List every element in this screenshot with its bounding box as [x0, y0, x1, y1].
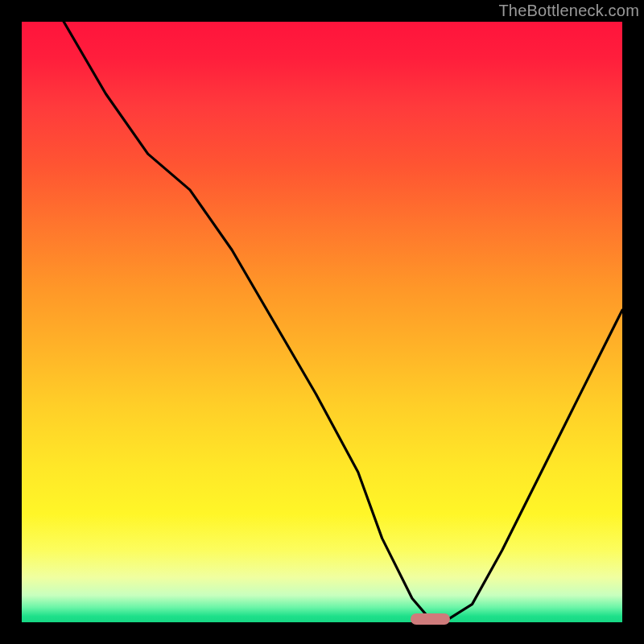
plot-area [22, 22, 622, 622]
optimum-marker [411, 613, 450, 625]
watermark-text: TheBottleneck.com [498, 2, 639, 20]
bottleneck-curve [64, 22, 622, 619]
chart-frame: TheBottleneck.com [0, 0, 644, 644]
curve-svg [22, 22, 622, 622]
